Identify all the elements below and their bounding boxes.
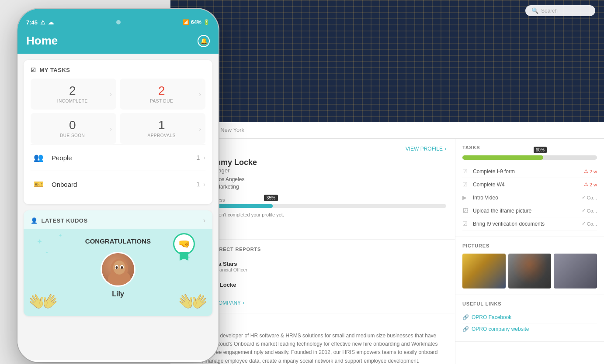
task-status-3: ✓ Co... [582, 208, 597, 213]
task-icon-0: ☑ [462, 168, 469, 175]
task-icon-3: 🖼 [462, 207, 469, 214]
kudos-badge: 🤜 [169, 233, 199, 264]
picture-0[interactable] [462, 254, 506, 288]
picture-1[interactable] [508, 254, 552, 288]
warning-icon-1: ⚠ [584, 182, 588, 187]
kudos-icon: 👤 [31, 217, 38, 224]
past-due-count: 2 [124, 85, 199, 97]
tasks-right-section: TASKS 60% ☑ Complete I-9 form ⚠ 2 w [455, 139, 604, 237]
people-icon: 👥 [31, 150, 46, 165]
due-soon-chevron: › [110, 125, 112, 132]
view-profile-link[interactable]: VIEW PROFILE › [406, 146, 446, 152]
incomplete-count: 2 [35, 85, 110, 97]
warning-icon-0: ⚠ [584, 168, 588, 174]
phone-header-title: Home [26, 34, 58, 48]
status-warning-icon: ⚠ [40, 19, 45, 26]
search-icon: 🔍 [531, 7, 538, 14]
kudos-header-title: 👤 LATEST KUDOS [31, 217, 88, 224]
task-status-0: ⚠ 2 w [584, 168, 597, 174]
task-progress-label: 60% [534, 147, 547, 153]
task-row-4[interactable]: ☑ Bring I9 verification documents ✓ Co..… [462, 217, 597, 230]
battery-icon: 🔋 [203, 19, 210, 25]
tasks-header-label: MY TASKS [40, 67, 70, 73]
kudos-body: ✦ ✦ ✦ ✦ ✦ 🤜 CONGRATULATIONS [24, 229, 212, 316]
task-row-0[interactable]: ☑ Complete I-9 form ⚠ 2 w [462, 165, 597, 178]
profile-row: JL Jimmy Locke Manager 📍 Los Angeles 📋 M… [179, 158, 446, 191]
profile-incomplete-hint: Looks like you haven't completed your pr… [179, 212, 446, 217]
task-row-1[interactable]: ☑ Complete W4 ⚠ 2 w [462, 178, 597, 191]
phone-frame: 7:45 ⚠ ☁ 📶 64% 🔋 Home 🔔 ☑ [17, 9, 219, 362]
task-row-3[interactable]: 🖼 Upload the iframe picture ✓ Co... [462, 204, 597, 217]
add-work-phone-link[interactable]: Add Work Phone [179, 226, 446, 232]
useful-link-1[interactable]: 🔗 OPRO company website [462, 323, 597, 335]
link-icon-1: 🔗 [462, 326, 469, 332]
list-item-people[interactable]: 👥 People 1 › [31, 144, 205, 171]
task-name-2: Intro Video [473, 195, 578, 201]
profile-progress-container: Profile Completeness 35% Looks like you … [179, 197, 446, 232]
status-time: 7:45 [26, 19, 38, 26]
onboard-icon: 🎫 [31, 176, 46, 192]
people-label: People [52, 154, 197, 161]
task-row-2[interactable]: ▶ Intro Video ✓ Co... [462, 191, 597, 204]
picture-2[interactable] [554, 254, 597, 288]
useful-link-0[interactable]: 🔗 OPRO Facebook [462, 312, 597, 323]
star-3: ✦ [45, 251, 49, 254]
incomplete-label: INCOMPLETE [35, 99, 110, 103]
chevron-right-icon: › [444, 146, 446, 152]
profile-progress-bar-bg: 35% [179, 204, 446, 208]
task-progress-fill: 60% [462, 155, 543, 160]
search-bar[interactable]: 🔍 Search [525, 5, 595, 16]
about-text: PRO is a leading developer of HR softwar… [179, 332, 446, 364]
kudos-avatar [101, 252, 135, 287]
due-soon-label: DUE SOON [35, 133, 110, 138]
chevron-right-icon: › [243, 300, 244, 306]
status-signal-icon: ☁ [48, 19, 54, 26]
check-icon-4: ✓ [582, 221, 586, 227]
tasks-right-title: TASKS [462, 145, 597, 150]
banner-background [170, 0, 604, 122]
task-icon-2: ▶ [462, 194, 469, 201]
svg-point-5 [116, 266, 118, 269]
person-row-1: Jimmy Locke Manager [179, 279, 446, 295]
tasks-card: ☑ MY TASKS 2 INCOMPLETE › 2 PA [24, 60, 212, 204]
status-bar: 7:45 ⚠ ☁ 📶 64% 🔋 [17, 9, 219, 31]
task-icon-4: ☑ [462, 220, 469, 227]
task-cell-approvals[interactable]: 1 APPROVALS › [120, 113, 205, 144]
useful-links-title: USEFUL LINKS [462, 301, 597, 306]
bell-button[interactable]: 🔔 [198, 35, 210, 47]
due-soon-count: 0 [35, 119, 110, 131]
hand-right: 👐 [178, 288, 208, 316]
task-cell-incomplete[interactable]: 2 INCOMPLETE › [31, 79, 116, 110]
task-cell-due-soon[interactable]: 0 DUE SOON › [31, 113, 116, 144]
onboard-chevron: › [203, 181, 205, 188]
pictures-grid [462, 254, 597, 288]
link-icon-0: 🔗 [462, 314, 469, 320]
list-item-onboard[interactable]: 🎫 Onboard 1 › [31, 171, 205, 197]
progress-tooltip: 35% [264, 195, 278, 201]
task-progress-bar: 60% [462, 155, 597, 160]
desktop-tabs: Onboard New York [170, 122, 604, 139]
right-panel: TASKS 60% ☑ Complete I-9 form ⚠ 2 w [455, 139, 604, 364]
desktop-content: YOUR PROFILE VIEW PROFILE › JL Jimmy Loc… [170, 139, 604, 364]
pictures-section: PICTURES [455, 237, 604, 295]
bell-icon: 🔔 [200, 38, 208, 45]
task-icon-1: ☑ [462, 181, 469, 188]
add-nickname-link[interactable]: Add Nickname [179, 219, 446, 225]
past-due-label: PAST DUE [124, 99, 199, 103]
check-icon-3: ✓ [582, 208, 586, 213]
status-left: 7:45 ⚠ ☁ [26, 19, 54, 26]
approvals-count: 1 [124, 119, 199, 131]
task-name-4: Bring I9 verification documents [473, 221, 578, 227]
past-due-chevron: › [199, 91, 201, 98]
tasks-card-header: ☑ MY TASKS [31, 67, 205, 73]
task-list: ☑ Complete I-9 form ⚠ 2 w ☑ Complete W4 … [462, 165, 597, 230]
task-cell-past-due[interactable]: 2 PAST DUE › [120, 79, 205, 110]
approvals-label: APPROVALS [124, 133, 199, 138]
people-count: 1 [197, 154, 200, 161]
task-name-3: Upload the iframe picture [473, 208, 578, 214]
incomplete-chevron: › [110, 91, 112, 98]
kudos-hands: 👐 👐 [24, 288, 212, 316]
task-status-4: ✓ Co... [582, 221, 597, 227]
view-company-link[interactable]: VIEW ENTIRE COMPANY › [179, 300, 446, 306]
hand-left: 👐 [28, 288, 58, 316]
